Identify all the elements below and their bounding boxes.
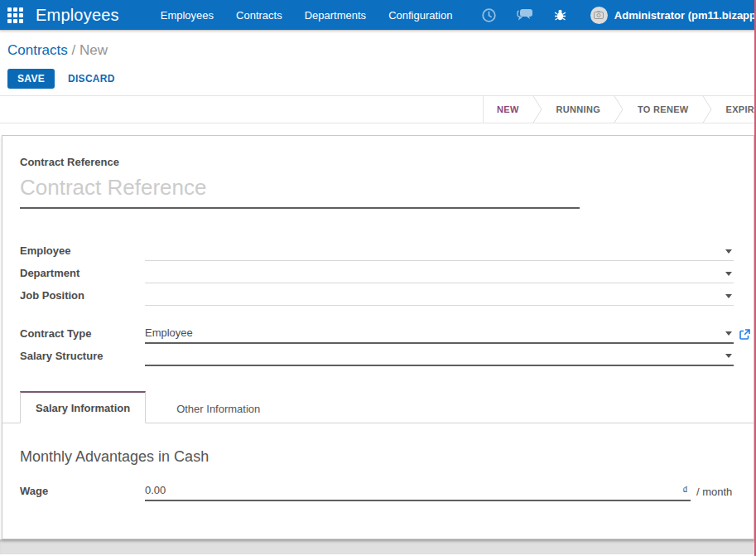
- tab-other-information[interactable]: Other Information: [161, 394, 275, 423]
- employee-label: Employee: [20, 244, 145, 261]
- chevron-separator-icon: [532, 96, 543, 123]
- main-menu: Employees Contracts Departments Configur…: [161, 7, 453, 24]
- chevron-down-icon: [725, 272, 732, 276]
- contract-reference-input[interactable]: [20, 173, 580, 209]
- menu-configuration[interactable]: Configuration: [388, 7, 452, 24]
- save-button[interactable]: SAVE: [7, 69, 55, 89]
- contract-type-dropdown[interactable]: Employee: [145, 325, 734, 344]
- external-link-icon[interactable]: [739, 329, 750, 340]
- status-expired[interactable]: EXPIRED: [713, 96, 756, 123]
- user-name: Administrator (pm11.bizapp: [614, 9, 756, 22]
- spacer: [20, 306, 734, 322]
- breadcrumb: Contracts / New: [7, 42, 756, 59]
- status-to-renew[interactable]: TO RENEW: [624, 96, 701, 123]
- top-navbar: Employees Employees Contracts Department…: [0, 0, 756, 30]
- currency-symbol: ₫: [682, 484, 688, 496]
- employee-dropdown[interactable]: [145, 244, 734, 261]
- field-row-department: Department: [20, 261, 734, 283]
- menu-contracts[interactable]: Contracts: [236, 7, 282, 24]
- chevron-separator-icon: [614, 96, 624, 123]
- menu-employees[interactable]: Employees: [161, 7, 214, 24]
- field-row-salary-structure: Salary Structure: [20, 344, 734, 366]
- job-position-dropdown[interactable]: [145, 289, 734, 306]
- job-position-label: Job Position: [20, 289, 145, 306]
- field-row-contract-type: Contract Type Employee: [20, 322, 734, 344]
- breadcrumb-current: New: [79, 42, 108, 58]
- menu-departments[interactable]: Departments: [305, 7, 366, 24]
- status-new[interactable]: NEW: [484, 96, 532, 123]
- discard-button[interactable]: DISCARD: [68, 73, 115, 85]
- salary-structure-dropdown[interactable]: [145, 350, 734, 366]
- control-panel: Contracts / New SAVE DISCARD: [0, 30, 756, 95]
- user-menu[interactable]: Administrator (pm11.bizapp: [590, 7, 756, 24]
- wage-input[interactable]: 0.00 ₫: [145, 482, 691, 501]
- messages-icon[interactable]: [517, 8, 533, 22]
- action-buttons: SAVE DISCARD: [7, 68, 756, 89]
- breadcrumb-contracts-link[interactable]: Contracts: [7, 42, 68, 58]
- chevron-down-icon: [725, 294, 732, 298]
- field-row-employee: Employee: [20, 239, 734, 261]
- salary-structure-label: Salary Structure: [20, 350, 145, 366]
- breadcrumb-separator: /: [71, 42, 75, 58]
- chevron-separator-icon: [702, 96, 713, 123]
- field-group: Employee Department Job Position Contrac…: [20, 239, 734, 366]
- tab-salary-information[interactable]: Salary Information: [20, 391, 146, 423]
- status-running[interactable]: RUNNING: [543, 96, 614, 123]
- contract-type-label: Contract Type: [20, 327, 145, 344]
- contract-reference-label: Contract Reference: [20, 156, 734, 168]
- bug-icon[interactable]: [554, 8, 566, 22]
- notebook-tabs: Salary Information Other Information: [2, 391, 754, 423]
- section-title: Monthly Advantages in Cash: [20, 448, 734, 466]
- contract-form-sheet: Contract Reference Employee Department J…: [2, 135, 754, 539]
- department-label: Department: [20, 267, 145, 283]
- status-row: NEW RUNNING TO RENEW EXPIRED CANCELLED: [0, 95, 756, 123]
- chevron-down-icon: [725, 331, 732, 336]
- avatar: [590, 7, 608, 24]
- wage-label: Wage: [20, 485, 145, 501]
- apps-grid-icon[interactable]: [7, 7, 23, 23]
- navbar-right: Administrator (pm11.bizapp: [482, 7, 756, 24]
- app-title: Employees: [36, 6, 119, 25]
- wage-period-suffix: / month: [696, 486, 732, 501]
- field-row-wage: Wage 0.00 ₫ / month: [20, 479, 734, 501]
- chevron-down-icon: [725, 354, 732, 358]
- wage-value: 0.00: [145, 484, 166, 496]
- page-background: [0, 539, 756, 554]
- statusbar: NEW RUNNING TO RENEW EXPIRED CANCELLED: [483, 96, 756, 123]
- chevron-down-icon: [725, 249, 732, 254]
- spacer: [0, 123, 756, 135]
- department-dropdown[interactable]: [145, 267, 734, 283]
- activities-clock-icon[interactable]: [482, 8, 496, 22]
- salary-information-panel: Monthly Advantages in Cash Wage 0.00 ₫ /…: [20, 423, 734, 501]
- field-row-job-position: Job Position: [20, 283, 734, 306]
